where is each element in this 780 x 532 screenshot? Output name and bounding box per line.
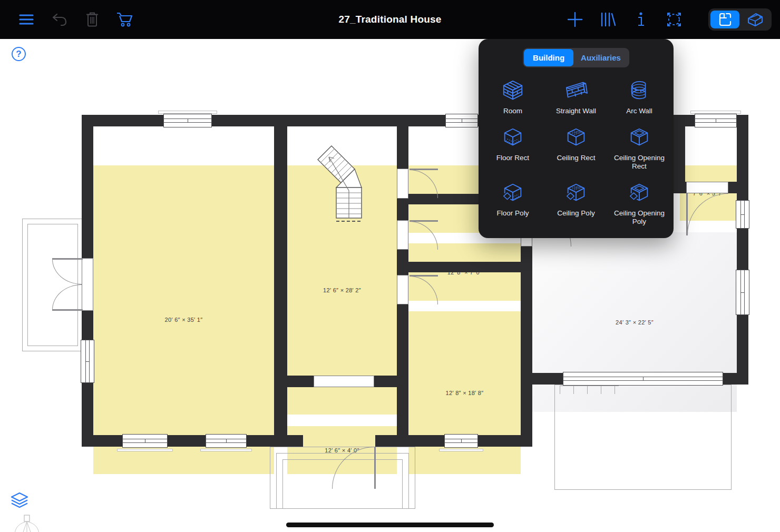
info-icon [637,12,645,27]
window[interactable] [81,340,94,383]
tab-label: Auxiliaries [581,53,621,62]
wall-segment[interactable] [397,250,408,275]
house-3d-icon [747,12,763,27]
building-tools-grid: Room Straight Wall Arc Wall [481,73,671,226]
tab-label: Building [533,53,564,62]
window[interactable] [445,114,478,127]
wall-segment[interactable] [521,247,532,447]
tool-floor-poly[interactable]: Floor Poly [481,175,544,226]
window[interactable] [736,200,749,229]
wall-segment[interactable] [737,126,748,385]
ceiling-opening-rect-icon [627,126,651,150]
door[interactable] [686,182,728,193]
window[interactable] [163,114,212,127]
tool-label: Floor Rect [496,154,529,162]
help-glyph: ? [16,49,21,60]
floor-rect-icon [501,126,525,150]
tool-label: Ceiling Rect [557,154,596,162]
add-object-popover: Building Auxiliaries Room Straight Wall [479,39,674,238]
layers-button[interactable] [11,492,28,509]
fit-view-icon [666,11,682,28]
window[interactable] [206,434,247,448]
popover-tab-bar: Building Auxiliaries [523,48,629,67]
store-button[interactable] [109,0,140,39]
wall-segment[interactable] [674,126,685,193]
wall-segment[interactable] [274,115,287,447]
help-button[interactable]: ? [12,47,26,61]
library-icon [600,12,617,27]
view-2d-button[interactable] [710,11,739,28]
tool-room[interactable]: Room [481,73,544,115]
undo-button[interactable] [44,0,75,39]
french-door[interactable] [82,258,93,311]
room-living[interactable]: 20′ 6″ × 35′ 1″ [93,165,274,474]
window[interactable] [736,270,749,315]
door[interactable] [397,220,408,250]
tool-ceiling-rect[interactable]: Ceiling Rect [544,120,608,171]
window-sill [439,449,483,451]
door-leaf [374,447,376,489]
ceiling-rect-icon [564,126,588,150]
room-dimension-label: 12′ 6″ × 28′ 2″ [323,287,361,293]
ceiling-poly-icon [564,181,588,205]
window[interactable] [122,434,168,448]
fit-view-button[interactable] [658,0,690,39]
add-object-button[interactable] [559,0,591,39]
home-indicator[interactable] [286,523,494,527]
left-porch-inner [27,224,78,346]
tool-label: Room [503,107,522,115]
wall-segment[interactable] [397,304,408,435]
floor-plan-2d-icon [719,13,732,26]
menu-icon [19,14,34,25]
rear-terrace-outline [554,385,732,490]
tool-straight-wall[interactable]: Straight Wall [544,73,608,115]
staircase[interactable] [310,139,369,223]
room-dimension-label: 20′ 6″ × 35′ 1″ [165,317,203,323]
light-fixture-symbol [11,514,44,532]
view-3d-button[interactable] [740,11,769,28]
library-button[interactable] [592,0,624,39]
terrace-steps [560,386,619,394]
tool-label: Straight Wall [556,107,596,115]
window[interactable] [444,434,478,448]
info-button[interactable] [625,0,657,39]
tool-arc-wall[interactable]: Arc Wall [608,73,671,115]
top-toolbar: 27_Traditional House [0,0,780,39]
tool-ceiling-opening-poly[interactable]: Ceiling Opening Poly [608,175,671,226]
add-icon [567,12,583,27]
door[interactable] [397,169,408,199]
view-mode-switch [708,8,772,31]
floor-poly-icon [501,181,525,205]
tool-floor-rect[interactable]: Floor Rect [481,120,544,171]
room-dimension-label: 24′ 3″ × 22′ 5″ [616,319,654,326]
undo-icon [52,13,67,26]
tab-auxiliaries[interactable]: Auxiliaries [573,49,628,66]
ceiling-opening-poly-icon [627,181,651,205]
tab-building[interactable]: Building [524,49,573,66]
wall-segment[interactable] [82,435,303,447]
room-icon [501,79,525,103]
straight-wall-icon [564,79,588,103]
wall-segment[interactable] [397,199,408,220]
arc-wall-icon [627,79,651,103]
wall-opening[interactable] [314,376,374,387]
window-sill [200,449,252,451]
wall-segment[interactable] [408,262,521,272]
tool-label: Floor Poly [497,209,529,218]
tool-ceiling-opening-rect[interactable]: Ceiling Opening Rect [608,120,671,171]
wall-segment[interactable] [397,115,408,169]
cart-icon [116,12,133,27]
tool-label: Ceiling Opening Rect [609,154,670,171]
tool-label: Ceiling Opening Poly [609,209,670,226]
tool-ceiling-poly[interactable]: Ceiling Poly [544,175,608,226]
door[interactable] [397,275,408,304]
room-dimension-label: 12′ 8″ × 18′ 8″ [446,390,484,396]
menu-button[interactable] [11,0,42,39]
window[interactable] [563,372,723,386]
window[interactable] [695,114,737,127]
delete-button[interactable] [76,0,108,39]
tool-label: Ceiling Poly [557,209,594,218]
tool-label: Arc Wall [626,107,652,115]
trash-icon [85,12,99,27]
window-sill [117,449,173,451]
